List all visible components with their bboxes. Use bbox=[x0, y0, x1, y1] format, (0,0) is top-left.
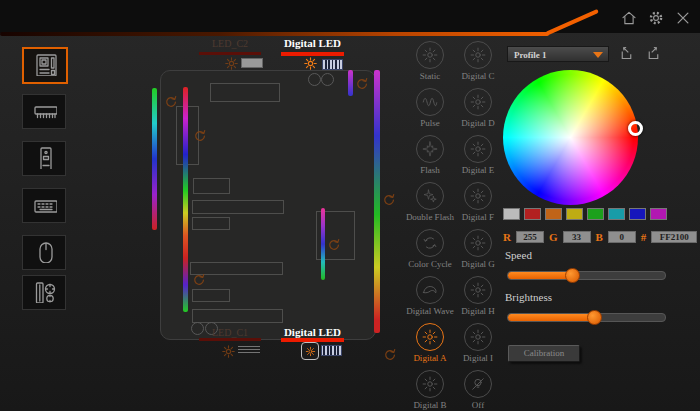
memory-icon bbox=[31, 98, 57, 126]
mode-digital-a[interactable]: Digital A bbox=[406, 322, 454, 369]
led-zone-marker-icon[interactable] bbox=[381, 346, 399, 364]
color-swatch-row bbox=[503, 208, 667, 220]
led-zone-marker-icon[interactable] bbox=[162, 93, 180, 111]
sun-icon bbox=[416, 370, 444, 398]
led-zone-marker-icon[interactable] bbox=[325, 236, 343, 254]
g-label: G bbox=[549, 231, 558, 243]
mode-flash[interactable]: Flash bbox=[406, 134, 454, 181]
led-header-underline bbox=[199, 52, 261, 55]
mode-double-flash[interactable]: Double Flash bbox=[406, 181, 454, 228]
mode-pulse[interactable]: Pulse bbox=[406, 87, 454, 134]
graphics-card-icon bbox=[31, 279, 57, 307]
sidebar-item-motherboard[interactable] bbox=[22, 47, 68, 84]
export-profile-button[interactable] bbox=[645, 45, 662, 62]
mode-digital-h[interactable]: Digital H bbox=[454, 275, 502, 322]
pcie-slot-outline bbox=[192, 309, 283, 323]
led-zone-marker-icon[interactable] bbox=[190, 271, 208, 289]
sun-icon bbox=[464, 135, 492, 163]
calibration-button[interactable]: Calibration bbox=[508, 345, 580, 362]
digital-led-label-top[interactable]: Digital LED bbox=[281, 37, 344, 49]
sun-icon bbox=[416, 323, 444, 351]
mode-digital-b[interactable]: Digital B bbox=[406, 369, 454, 411]
mode-off[interactable]: Off bbox=[454, 369, 502, 411]
sun-icon bbox=[464, 41, 492, 69]
mouse-icon bbox=[31, 239, 57, 267]
led-header-connector bbox=[241, 58, 263, 68]
color-swatch-0[interactable] bbox=[503, 208, 520, 220]
accent-swoosh-line bbox=[0, 32, 549, 36]
mode-digital-d[interactable]: Digital D bbox=[454, 87, 502, 134]
color-swatch-3[interactable] bbox=[566, 208, 583, 220]
import-icon bbox=[618, 45, 635, 62]
settings-icon[interactable] bbox=[647, 9, 665, 27]
import-profile-button[interactable] bbox=[618, 45, 635, 62]
rgb-strip-left-outer bbox=[152, 88, 157, 230]
color-swatch-1[interactable] bbox=[524, 208, 541, 220]
brightness-slider-knob[interactable] bbox=[587, 310, 602, 325]
led-header-underline bbox=[199, 338, 261, 341]
speed-slider-knob[interactable] bbox=[565, 268, 580, 283]
color-cycle-icon bbox=[416, 229, 444, 257]
digital-led-sun-icon[interactable] bbox=[303, 56, 318, 75]
digital-led-connector bbox=[321, 345, 342, 356]
r-value-field[interactable]: 255 bbox=[516, 231, 544, 243]
sun-icon bbox=[464, 276, 492, 304]
mode-digital-wave[interactable]: Digital Wave bbox=[406, 275, 454, 322]
cpu-socket-outline bbox=[210, 83, 280, 102]
color-swatch-7[interactable] bbox=[650, 208, 667, 220]
home-icon[interactable] bbox=[620, 9, 638, 27]
mode-static[interactable]: Static bbox=[406, 40, 454, 87]
led-zone-marker-icon[interactable] bbox=[380, 191, 398, 209]
rgb-fusion-window: LED_C2 Digital LED LED_C1 Digital LED St… bbox=[0, 0, 700, 411]
b-value-field[interactable]: 0 bbox=[608, 231, 636, 243]
brightness-label: Brightness bbox=[505, 291, 552, 303]
led-header-label-bottom[interactable]: LED_C1 bbox=[199, 327, 261, 338]
led-header-sun-icon[interactable] bbox=[224, 56, 239, 75]
led-header-sun-icon[interactable] bbox=[221, 344, 236, 363]
led-zone-marker-icon[interactable] bbox=[191, 127, 209, 145]
profile-dropdown-value: Profile 1 bbox=[514, 50, 547, 60]
slot-outline bbox=[193, 178, 230, 194]
rgb-strip-left-inner bbox=[183, 87, 188, 312]
sidebar-item-mouse[interactable] bbox=[22, 235, 66, 270]
color-wheel[interactable] bbox=[503, 70, 638, 205]
lighting-mode-grid: StaticDigital CPulseDigital DFlashDigita… bbox=[406, 40, 502, 411]
led-zone-marker-icon[interactable] bbox=[353, 75, 371, 93]
double-flash-icon bbox=[416, 182, 444, 210]
b-label: B bbox=[596, 231, 603, 243]
wave-icon bbox=[416, 276, 444, 304]
color-swatch-4[interactable] bbox=[587, 208, 604, 220]
sidebar-item-graphics-card[interactable] bbox=[22, 275, 66, 310]
g-value-field[interactable]: 33 bbox=[563, 231, 591, 243]
chevron-down-icon bbox=[593, 52, 603, 58]
mode-digital-e[interactable]: Digital E bbox=[454, 134, 502, 181]
close-button[interactable] bbox=[674, 9, 692, 27]
color-swatch-2[interactable] bbox=[545, 208, 562, 220]
sun-icon bbox=[464, 182, 492, 210]
export-icon bbox=[645, 45, 662, 62]
sun-icon bbox=[464, 88, 492, 116]
speed-slider[interactable] bbox=[507, 271, 666, 280]
mode-digital-i[interactable]: Digital I bbox=[454, 322, 502, 369]
led-header-label-top[interactable]: LED_C2 bbox=[199, 38, 261, 49]
mode-digital-g[interactable]: Digital G bbox=[454, 228, 502, 275]
color-swatch-6[interactable] bbox=[629, 208, 646, 220]
mode-digital-f[interactable]: Digital F bbox=[454, 181, 502, 228]
brightness-slider[interactable] bbox=[507, 313, 666, 322]
mode-digital-c[interactable]: Digital C bbox=[454, 40, 502, 87]
sidebar-item-pc-case[interactable] bbox=[22, 141, 66, 176]
sidebar-item-memory[interactable] bbox=[22, 94, 66, 129]
mode-color-cycle[interactable]: Color Cycle bbox=[406, 228, 454, 275]
hex-value-field[interactable]: FF2100 bbox=[651, 231, 697, 243]
window-controls bbox=[620, 9, 692, 27]
titlebar bbox=[0, 0, 700, 33]
off-icon bbox=[464, 370, 492, 398]
color-swatch-5[interactable] bbox=[608, 208, 625, 220]
digital-led-label-bottom[interactable]: Digital LED bbox=[281, 326, 344, 338]
profile-dropdown[interactable]: Profile 1 bbox=[507, 46, 609, 62]
sidebar-item-keyboard[interactable] bbox=[22, 188, 66, 223]
fan-header-circle bbox=[321, 73, 334, 86]
digital-led-selected-icon[interactable] bbox=[301, 342, 319, 360]
rgb-value-row: R 255 G 33 B 0 # FF2100 bbox=[503, 231, 697, 243]
color-wheel-selector[interactable] bbox=[628, 121, 643, 136]
